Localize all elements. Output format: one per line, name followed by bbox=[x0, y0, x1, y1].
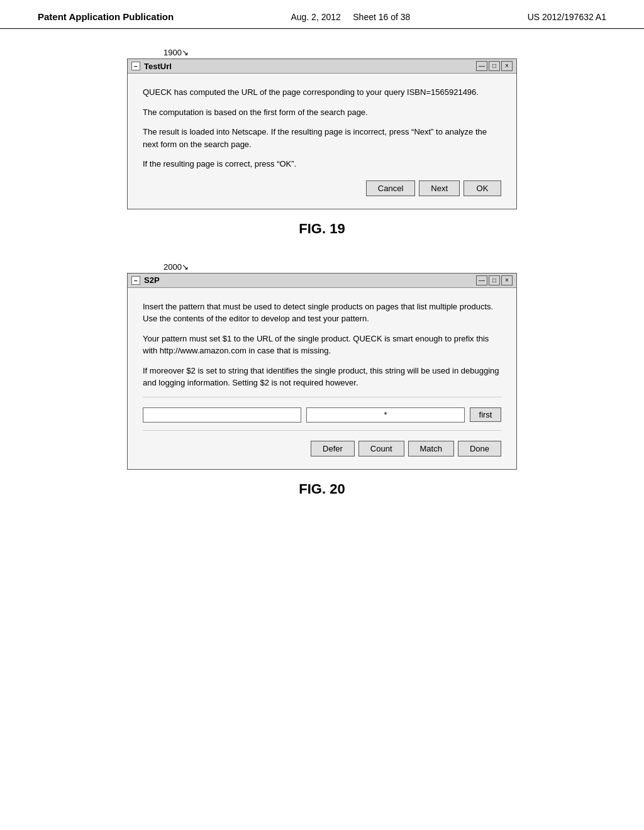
fig20-title: − S2P bbox=[131, 275, 160, 285]
fig20-label: 2000↘ bbox=[164, 262, 606, 272]
fig19-para4: If the resulting page is correct, press … bbox=[143, 158, 501, 170]
maximize-button[interactable]: □ bbox=[489, 61, 500, 71]
first-button[interactable]: first bbox=[470, 407, 501, 422]
fig19-button-row: Cancel Next OK bbox=[143, 180, 501, 196]
fig20-para2: Your pattern must set $1 to the URL of t… bbox=[143, 333, 501, 357]
fig19-window: − TestUrl — □ × QUECK has computed the U… bbox=[127, 58, 517, 209]
fig19-body: QUECK has computed the URL of the page c… bbox=[128, 74, 516, 209]
minimize-button[interactable]: — bbox=[476, 275, 487, 285]
sheet-info: Sheet 16 of 38 bbox=[353, 12, 410, 22]
patent-number: US 2012/197632 A1 bbox=[528, 12, 606, 22]
fig20-controls: — □ × bbox=[476, 275, 513, 285]
star-field[interactable]: * bbox=[306, 407, 465, 423]
fig19-titlebar: − TestUrl — □ × bbox=[128, 59, 516, 74]
fig20-caption: FIG. 20 bbox=[38, 481, 606, 497]
ok-button[interactable]: OK bbox=[464, 180, 501, 196]
defer-button[interactable]: Defer bbox=[311, 441, 355, 456]
fig19-para3: The result is loaded into Netscape. If t… bbox=[143, 126, 501, 150]
fig19-label: 1900↘ bbox=[164, 48, 606, 57]
done-button[interactable]: Done bbox=[458, 441, 501, 456]
maximize-button[interactable]: □ bbox=[489, 275, 500, 285]
fig19-para2: The computation is based on the first fo… bbox=[143, 106, 501, 119]
cancel-button[interactable]: Cancel bbox=[366, 180, 415, 196]
fig19-caption: FIG. 19 bbox=[38, 221, 606, 237]
close-button[interactable]: × bbox=[501, 61, 513, 71]
fig20-titlebar: − S2P — □ × bbox=[128, 274, 516, 288]
fig20-section: 2000↘ − S2P — □ × Insert the pattern tha… bbox=[38, 262, 606, 497]
fig19-para1: QUECK has computed the URL of the page c… bbox=[143, 86, 501, 99]
window-icon: − bbox=[131, 276, 140, 285]
s2p-divider2 bbox=[143, 430, 501, 431]
fig20-para1: Insert the pattern that must be used to … bbox=[143, 301, 501, 325]
page-header: Patent Application Publication Aug. 2, 2… bbox=[0, 0, 644, 29]
fig20-window: − S2P — □ × Insert the pattern that must… bbox=[127, 273, 517, 470]
publication-date: Aug. 2, 2012 Sheet 16 of 38 bbox=[291, 12, 410, 22]
publication-label: Patent Application Publication bbox=[38, 11, 174, 22]
count-button[interactable]: Count bbox=[358, 441, 404, 456]
match-button[interactable]: Match bbox=[408, 441, 454, 456]
fig19-controls: — □ × bbox=[476, 61, 513, 71]
next-button[interactable]: Next bbox=[419, 180, 460, 196]
page-content: 1900↘ − TestUrl — □ × QUECK has computed… bbox=[0, 29, 644, 541]
s2p-divider bbox=[143, 397, 501, 397]
close-button[interactable]: × bbox=[501, 275, 513, 285]
fig19-section: 1900↘ − TestUrl — □ × QUECK has computed… bbox=[38, 48, 606, 237]
pattern-input[interactable] bbox=[143, 407, 301, 423]
fig20-button-row: Defer Count Match Done bbox=[143, 441, 501, 456]
fig20-body: Insert the pattern that must be used to … bbox=[128, 288, 516, 469]
fig20-para3: If moreover $2 is set to string that ide… bbox=[143, 365, 501, 389]
minimize-button[interactable]: — bbox=[476, 61, 487, 71]
window-icon: − bbox=[131, 62, 140, 70]
fig19-title: − TestUrl bbox=[131, 62, 172, 71]
s2p-input-row: * first bbox=[143, 407, 501, 423]
